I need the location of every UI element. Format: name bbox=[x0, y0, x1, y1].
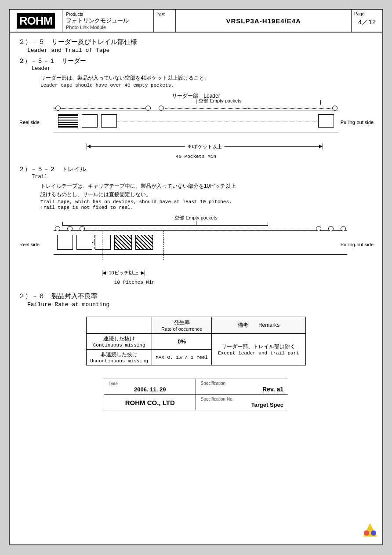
section-252-body2-jp: 設けるものとし、リールには直接固定しない。 bbox=[40, 191, 374, 198]
footer-date-cell: Date 2006. 11. 29 bbox=[104, 379, 196, 395]
pocket-empty-2 bbox=[101, 114, 117, 128]
trail-dim-tick-r bbox=[145, 270, 145, 276]
table-row2-val: MAX O. 1% / 1 reel bbox=[152, 350, 212, 365]
section-251-body-jp: リーダー部は、製品が入っていない空部を40ポケット以上設けること。 bbox=[40, 74, 374, 82]
trail-tape-bottom bbox=[54, 254, 347, 255]
table-col2-header: 発生率 Rate of occurrence bbox=[152, 317, 212, 334]
type-label: Type bbox=[156, 11, 174, 16]
t-hole-3 bbox=[80, 226, 85, 231]
dim-arrow-left bbox=[87, 145, 91, 148]
dim-arrow-right bbox=[319, 145, 323, 148]
failure-table: 発生率 Rate of occurrence 備考 Remarks 連続した抜け… bbox=[86, 317, 306, 365]
col2-header-en: Rate of occurrence bbox=[158, 326, 205, 332]
trail-dim-en: 10 Pitches Min bbox=[71, 280, 198, 285]
trail-dim-arrow-r bbox=[141, 271, 145, 275]
footer-spec-cell: Specification Rev. a1 bbox=[196, 379, 288, 395]
row1-en: Continuous missing bbox=[90, 343, 148, 348]
trail-bracket-right bbox=[268, 222, 268, 226]
page: ROHM Products フォトリンクモジュール Photo Link Mod… bbox=[9, 9, 383, 545]
model-cell: VRSLP3A-H19E4/E4A bbox=[176, 10, 352, 32]
holes-row-leader bbox=[54, 106, 338, 111]
pocket-empty-3 bbox=[318, 114, 334, 128]
footer-spec-label: Specification bbox=[200, 381, 283, 386]
t-hole-2 bbox=[67, 226, 73, 231]
leader-tape-dot-line-start bbox=[54, 108, 54, 109]
footer-date-label: Date bbox=[109, 381, 191, 386]
products-sub: Photo Link Module bbox=[66, 25, 150, 30]
dim-line2 bbox=[225, 146, 319, 147]
table-col3-header: 備考 Remarks bbox=[212, 317, 306, 334]
logo-area: ROHM bbox=[10, 10, 62, 32]
table-row2-name: 非連続した抜け Uncontinuous missing bbox=[87, 350, 152, 365]
header: ROHM Products フォトリンクモジュール Photo Link Mod… bbox=[10, 10, 382, 33]
holes-row-trail bbox=[54, 226, 347, 231]
leader-dim-en: 40 Pockets Min bbox=[18, 154, 374, 159]
section-251-title-en: Leader bbox=[32, 66, 374, 72]
row1-rem-en: Except leader and trail part bbox=[218, 351, 299, 356]
footer-row-2: ROHM CO., LTD Specification No. Target S… bbox=[104, 395, 288, 410]
hole-1 bbox=[55, 106, 61, 111]
footer-area: Date 2006. 11. 29 Specification Rev. a1 … bbox=[18, 379, 374, 410]
table-row1-remark: リーダー部、トレイル部は除く Except leader and trail p… bbox=[212, 334, 306, 365]
footer-table: Date 2006. 11. 29 Specification Rev. a1 … bbox=[104, 379, 288, 410]
type-cell: Type bbox=[154, 10, 176, 32]
trail-dashed-left bbox=[102, 230, 102, 260]
empty-pockets-left bbox=[89, 100, 89, 105]
leader-diagram-area: リーダー部 Leader 空部 Empty pockets bbox=[18, 92, 374, 150]
table-header-row: 発生率 Rate of occurrence 備考 Remarks bbox=[87, 317, 306, 334]
empty-pockets-label: 空部 Empty pockets bbox=[124, 98, 316, 104]
pocket-lined bbox=[58, 114, 78, 128]
hole-dots-2 bbox=[165, 108, 248, 109]
hole-3 bbox=[159, 106, 164, 111]
page-value: 4／12 bbox=[354, 16, 380, 26]
dim-line bbox=[91, 146, 185, 147]
tape-bottom-line bbox=[54, 132, 338, 132]
dim-tick-right bbox=[323, 143, 323, 150]
hole-dots-1 bbox=[62, 108, 145, 109]
reel-side-label: Reel side bbox=[19, 120, 40, 125]
footer-specno-value: Target Spec bbox=[200, 402, 283, 408]
section-252-body1-jp: トレイルテープは、キャリアテープ中に、製品が入っていない部分を10ピッチ以上 bbox=[40, 183, 374, 190]
col3-header-jp: 備考 bbox=[238, 322, 248, 328]
footer-spec-value: Rev. a1 bbox=[200, 386, 283, 393]
trail-bracket-left bbox=[62, 222, 63, 226]
trail-pocket-striped-2 bbox=[135, 235, 153, 250]
row2-jp: 非連続した抜け bbox=[90, 351, 148, 358]
trail-dim-row: 10ピッチ以上 bbox=[102, 270, 145, 276]
products-value: フォトリンクモジュール bbox=[66, 17, 150, 25]
trail-dim-label-jp: 10ピッチ以上 bbox=[107, 270, 140, 276]
footer-company-cell: ROHM CO., LTD bbox=[104, 395, 196, 410]
pockets-trail bbox=[54, 235, 347, 250]
dim-label-jp: 40ポケット以上 bbox=[185, 144, 225, 149]
trail-diagram-area: 空部 Empty pockets bbox=[18, 215, 374, 276]
table-row1-name: 連続した抜け Continuous missing bbox=[87, 334, 152, 350]
section-25-title-en: Leader and Trail of Tape bbox=[27, 47, 374, 54]
table-row-1: 連続した抜け Continuous missing 0% リーダー部、トレイル部… bbox=[87, 334, 306, 350]
section-251-title-jp: ２）－５－１ リーダー bbox=[18, 57, 374, 65]
hole-4 bbox=[332, 106, 338, 111]
t-hole-dots bbox=[86, 229, 315, 229]
pocket-dots bbox=[117, 121, 318, 121]
footer-row-1: Date 2006. 11. 29 Specification Rev. a1 bbox=[104, 379, 288, 395]
trail-pocket-1 bbox=[57, 235, 73, 250]
trail-reel-side: Reel side bbox=[19, 242, 40, 247]
trail-pulling-side: Pulling-out side bbox=[341, 242, 374, 247]
page-cell: Page 4／12 bbox=[352, 10, 382, 32]
table-row1-val: 0% bbox=[152, 334, 212, 350]
t-hole-5 bbox=[328, 226, 334, 231]
footer-specno-label: Specification No. bbox=[200, 397, 283, 402]
row1-rem-jp: リーダー部、トレイル部は除く bbox=[218, 343, 299, 351]
footer-company-name: ROHM CO., LTD bbox=[109, 399, 191, 406]
t-hole-1 bbox=[55, 226, 60, 231]
footer-date-value: 2006. 11. 29 bbox=[109, 386, 191, 393]
products-cell: Products フォトリンクモジュール Photo Link Module bbox=[62, 10, 154, 32]
table-col1-header bbox=[87, 317, 152, 334]
col3-header-en: Remarks bbox=[258, 322, 279, 328]
page-label: Page bbox=[354, 11, 380, 16]
t-hole-6 bbox=[341, 226, 346, 231]
products-label: Products bbox=[66, 12, 150, 17]
trail-pocket-3 bbox=[95, 235, 111, 250]
model-value: VRSLP3A-H19E4/E4A bbox=[226, 17, 301, 25]
pockets-leader bbox=[54, 114, 338, 128]
trail-vert-line bbox=[196, 221, 196, 225]
